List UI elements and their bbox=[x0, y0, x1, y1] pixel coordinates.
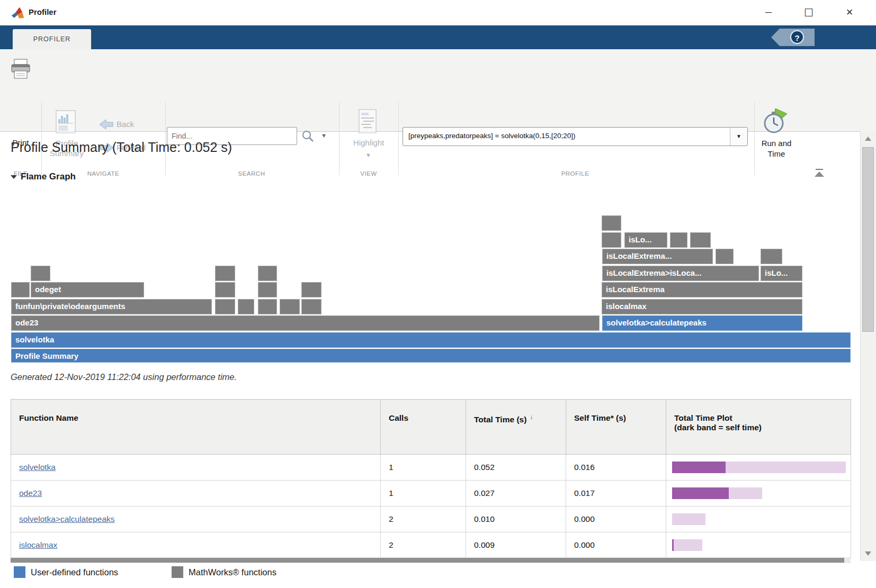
search-icon[interactable] bbox=[301, 129, 315, 145]
flame-block-funfun-private-odearguments[interactable]: funfun\private\odearguments bbox=[11, 299, 212, 314]
toolstrip: Print FILE Profile Summary Back bbox=[0, 49, 876, 132]
calls-value: 1 bbox=[381, 455, 466, 481]
group-label-search: SEARCH bbox=[169, 170, 334, 177]
section-collapse-icon bbox=[11, 175, 17, 179]
collapse-ribbon-arrow[interactable] bbox=[815, 171, 824, 177]
col-header-total-time[interactable]: Total Time (s)↓ bbox=[466, 400, 566, 455]
window-title: Profiler bbox=[29, 7, 57, 16]
close-button[interactable]: ✕ bbox=[842, 5, 857, 20]
function-link[interactable]: islocalmax bbox=[19, 540, 57, 549]
table-row: solvelotka>calculatepeaks20.0100.000 bbox=[11, 506, 851, 532]
horizontal-scrollbar[interactable] bbox=[11, 557, 851, 563]
table-row: ode2310.0270.017 bbox=[11, 481, 851, 506]
col-header-total-time-plot[interactable]: Total Time Plot(dark band = self time) bbox=[666, 400, 851, 455]
flame-block[interactable] bbox=[716, 249, 734, 264]
flame-block[interactable] bbox=[280, 299, 300, 314]
time-bar bbox=[672, 487, 762, 499]
flame-block-islo-[interactable]: isLo... bbox=[761, 266, 802, 281]
col-header-function-name[interactable]: Function Name bbox=[11, 400, 381, 455]
flame-block[interactable] bbox=[258, 282, 277, 297]
total-time-plot-cell bbox=[666, 455, 851, 481]
total-time-plot-cell bbox=[666, 506, 851, 532]
total-time-value: 0.009 bbox=[466, 532, 566, 558]
legend-mathworks-swatch bbox=[172, 566, 183, 578]
total-time-value: 0.010 bbox=[466, 506, 566, 532]
profile-command-text[interactable]: [preypeaks,predatorpeaks] = solvelotka(0… bbox=[408, 132, 576, 140]
flame-block[interactable] bbox=[670, 232, 687, 248]
table-row: islocalmax20.0090.000 bbox=[11, 532, 851, 558]
generated-timestamp: Generated 12-Nov-2019 11:22:04 using per… bbox=[11, 372, 237, 382]
self-time-value: 0.017 bbox=[566, 481, 666, 506]
flame-graph-section-toggle[interactable]: Flame Graph bbox=[11, 171, 76, 182]
flame-block[interactable] bbox=[301, 299, 321, 314]
highlight-button[interactable]: Highlight bbox=[348, 138, 389, 147]
total-time-value: 0.027 bbox=[466, 481, 566, 506]
flame-block[interactable] bbox=[301, 282, 321, 297]
total-time-plot-cell bbox=[666, 532, 851, 558]
flame-block[interactable] bbox=[690, 232, 711, 248]
help-button[interactable]: ? bbox=[790, 30, 804, 44]
flame-block[interactable] bbox=[602, 215, 621, 231]
back-button[interactable]: Back bbox=[117, 120, 134, 129]
total-time-plot-cell bbox=[666, 481, 851, 506]
flame-block[interactable] bbox=[258, 266, 277, 281]
flame-block-profile-summary[interactable]: Profile Summary bbox=[11, 349, 851, 363]
flame-block-islocalmax[interactable]: islocalmax bbox=[602, 299, 802, 314]
flame-block[interactable] bbox=[215, 266, 235, 281]
flame-block-islocalextrema[interactable]: isLocalExtrema bbox=[602, 282, 802, 297]
flame-block[interactable] bbox=[215, 282, 235, 297]
flame-block[interactable] bbox=[31, 266, 50, 281]
flame-block-solvelotka[interactable]: solvelotka bbox=[11, 332, 851, 348]
self-time-band bbox=[672, 487, 729, 499]
calls-value: 2 bbox=[381, 506, 466, 532]
back-icon[interactable] bbox=[99, 118, 114, 133]
minimize-button[interactable]: ─ bbox=[761, 5, 776, 20]
flame-block[interactable] bbox=[761, 249, 782, 264]
self-time-band bbox=[672, 462, 726, 473]
flame-block[interactable] bbox=[602, 232, 621, 248]
highlight-caret-icon: ▼ bbox=[365, 152, 371, 158]
self-time-band bbox=[672, 539, 674, 551]
flame-block[interactable] bbox=[11, 282, 30, 297]
flame-block-islocalextrema-isloca-[interactable]: isLocalExtrema>isLoca... bbox=[602, 266, 759, 281]
self-time-value: 0.016 bbox=[566, 455, 666, 481]
function-link[interactable]: solvelotka bbox=[19, 463, 56, 472]
maximize-button[interactable]: ☐ bbox=[801, 5, 816, 20]
search-options-caret-icon[interactable]: ▼ bbox=[321, 132, 327, 139]
function-link[interactable]: ode23 bbox=[19, 489, 42, 497]
vertical-scrollbar-thumb[interactable] bbox=[862, 147, 874, 332]
collapse-ribbon-icon[interactable] bbox=[816, 169, 823, 170]
run-and-time-icon[interactable] bbox=[763, 106, 790, 137]
scrollbar-down-arrow[interactable] bbox=[865, 551, 871, 556]
profile-command-combobox[interactable]: [preypeaks,predatorpeaks] = solvelotka(0… bbox=[403, 127, 748, 146]
col-header-calls[interactable]: Calls bbox=[381, 400, 466, 455]
flame-block[interactable] bbox=[215, 299, 235, 314]
flame-block-islocalextrema-[interactable]: isLocalExtrema... bbox=[602, 249, 713, 264]
flame-block-islo-[interactable]: isLo... bbox=[624, 232, 667, 248]
flame-block[interactable] bbox=[258, 299, 277, 314]
scrollbar-up-arrow[interactable] bbox=[865, 137, 871, 141]
matlab-logo-icon bbox=[11, 6, 25, 22]
tab-profiler[interactable]: PROFILER bbox=[13, 29, 91, 49]
calls-value: 1 bbox=[381, 481, 466, 506]
flame-block-odeget[interactable]: odeget bbox=[31, 282, 144, 297]
run-and-time-button[interactable]: Run and Time bbox=[755, 138, 798, 159]
time-bar bbox=[672, 539, 702, 551]
function-link[interactable]: solvelotka>calculatepeaks bbox=[19, 514, 115, 523]
page-title: Profile Summary (Total Time: 0.052 s) bbox=[11, 140, 232, 155]
flame-block-ode23[interactable]: ode23 bbox=[11, 315, 600, 331]
flame-block-solvelotka-calculatepeaks[interactable]: solvelotka>calculatepeaks bbox=[602, 315, 802, 331]
profile-command-dropdown[interactable]: ▼ bbox=[730, 128, 747, 146]
self-time-value: 0.000 bbox=[566, 532, 666, 558]
ribbon-tab-band: PROFILER ? bbox=[0, 25, 876, 49]
print-icon[interactable] bbox=[9, 58, 32, 83]
col-header-self-time[interactable]: Self Time* (s) bbox=[566, 400, 666, 455]
flame-block[interactable] bbox=[238, 299, 254, 314]
calls-value: 2 bbox=[381, 532, 466, 558]
profile-summary-icon[interactable] bbox=[53, 110, 78, 136]
highlight-icon[interactable] bbox=[356, 108, 379, 136]
horizontal-scrollbar-thumb[interactable] bbox=[11, 558, 844, 563]
group-label-view: VIEW bbox=[348, 170, 389, 177]
time-bar bbox=[672, 513, 705, 525]
sort-descending-icon: ↓ bbox=[530, 413, 533, 421]
